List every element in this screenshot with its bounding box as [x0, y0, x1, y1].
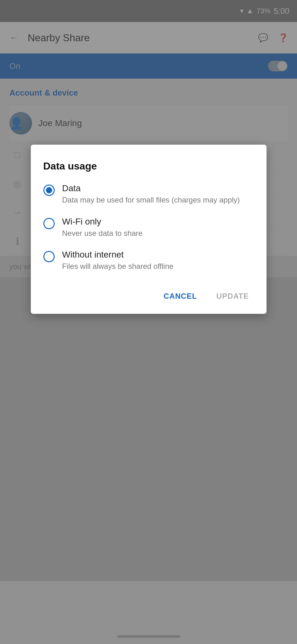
radio-option-data[interactable]: Data Data may be used for small files (c… — [43, 183, 254, 205]
data-usage-dialog: Data usage Data Data may be used for sma… — [31, 145, 267, 314]
page: ▾ ▲ 73% 5:00 ← Nearby Share 💬 ❓ On Accou… — [0, 0, 297, 644]
radio-label-offline: Without internet — [62, 250, 173, 260]
radio-sub-data: Data may be used for small files (charge… — [62, 195, 240, 205]
radio-text-wifi: Wi-Fi only Never use data to share — [62, 217, 143, 239]
dialog-actions: CANCEL UPDATE — [43, 283, 254, 304]
radio-option-wifi[interactable]: Wi-Fi only Never use data to share — [43, 217, 254, 239]
dialog-backdrop: Data usage Data Data may be used for sma… — [0, 0, 297, 644]
radio-button-data[interactable] — [43, 185, 55, 196]
radio-option-offline[interactable]: Without internet Files will always be sh… — [43, 250, 254, 272]
radio-button-offline[interactable] — [43, 251, 55, 262]
radio-text-data: Data Data may be used for small files (c… — [62, 183, 240, 205]
radio-label-wifi: Wi-Fi only — [62, 217, 143, 227]
radio-label-data: Data — [62, 183, 240, 193]
radio-button-wifi[interactable] — [43, 218, 55, 229]
radio-sub-wifi: Never use data to share — [62, 228, 143, 239]
radio-sub-offline: Files will always be shared offline — [62, 261, 173, 272]
cancel-button[interactable]: CANCEL — [159, 288, 202, 304]
dialog-title: Data usage — [43, 160, 254, 172]
radio-text-offline: Without internet Files will always be sh… — [62, 250, 173, 272]
update-button[interactable]: UPDATE — [212, 288, 254, 304]
